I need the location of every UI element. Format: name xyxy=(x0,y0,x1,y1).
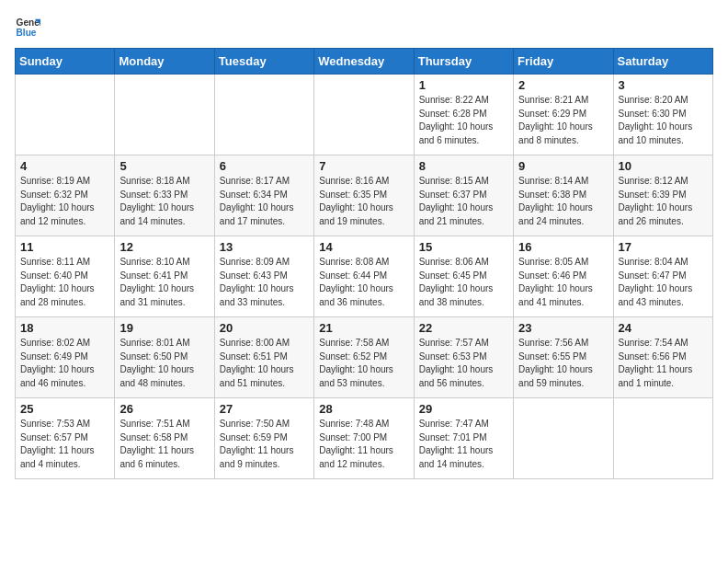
calendar-week-1: 1Sunrise: 8:22 AM Sunset: 6:28 PM Daylig… xyxy=(16,75,713,155)
calendar-cell: 3Sunrise: 8:20 AM Sunset: 6:30 PM Daylig… xyxy=(613,75,712,155)
header-tuesday: Tuesday xyxy=(214,49,313,75)
day-info: Sunrise: 8:12 AM Sunset: 6:39 PM Dayligh… xyxy=(619,175,708,228)
header-friday: Friday xyxy=(514,49,613,75)
day-number: 26 xyxy=(119,402,209,416)
day-number: 8 xyxy=(419,159,508,173)
day-number: 5 xyxy=(119,159,209,173)
day-info: Sunrise: 8:20 AM Sunset: 6:30 PM Dayligh… xyxy=(619,94,708,147)
header-wednesday: Wednesday xyxy=(314,49,414,75)
day-number: 1 xyxy=(419,78,508,92)
day-number: 24 xyxy=(619,321,708,335)
calendar-cell: 4Sunrise: 8:19 AM Sunset: 6:32 PM Daylig… xyxy=(16,155,115,236)
day-info: Sunrise: 8:10 AM Sunset: 6:41 PM Dayligh… xyxy=(119,256,209,309)
day-info: Sunrise: 7:50 AM Sunset: 6:59 PM Dayligh… xyxy=(220,418,309,471)
calendar-week-3: 11Sunrise: 8:11 AM Sunset: 6:40 PM Dayli… xyxy=(16,236,713,317)
day-info: Sunrise: 8:17 AM Sunset: 6:34 PM Dayligh… xyxy=(220,175,309,228)
calendar-cell: 16Sunrise: 8:05 AM Sunset: 6:46 PM Dayli… xyxy=(514,236,613,317)
calendar-cell xyxy=(613,398,712,479)
day-info: Sunrise: 8:09 AM Sunset: 6:43 PM Dayligh… xyxy=(220,256,309,309)
calendar-cell: 5Sunrise: 8:18 AM Sunset: 6:33 PM Daylig… xyxy=(115,155,214,236)
day-number: 19 xyxy=(119,321,209,335)
calendar-cell: 6Sunrise: 8:17 AM Sunset: 6:34 PM Daylig… xyxy=(214,155,313,236)
day-info: Sunrise: 8:16 AM Sunset: 6:35 PM Dayligh… xyxy=(319,175,408,228)
calendar-cell: 22Sunrise: 7:57 AM Sunset: 6:53 PM Dayli… xyxy=(414,317,513,398)
svg-text:Blue: Blue xyxy=(17,28,37,38)
day-info: Sunrise: 8:11 AM Sunset: 6:40 PM Dayligh… xyxy=(20,256,109,309)
day-number: 23 xyxy=(518,321,608,335)
calendar-cell: 1Sunrise: 8:22 AM Sunset: 6:28 PM Daylig… xyxy=(414,75,513,155)
calendar-cell: 29Sunrise: 7:47 AM Sunset: 7:01 PM Dayli… xyxy=(414,398,513,479)
day-number: 2 xyxy=(518,78,608,92)
calendar-week-4: 18Sunrise: 8:02 AM Sunset: 6:49 PM Dayli… xyxy=(16,317,713,398)
calendar-cell: 15Sunrise: 8:06 AM Sunset: 6:45 PM Dayli… xyxy=(414,236,513,317)
calendar-header-row: SundayMondayTuesdayWednesdayThursdayFrid… xyxy=(16,49,713,75)
day-info: Sunrise: 8:00 AM Sunset: 6:51 PM Dayligh… xyxy=(220,337,309,390)
day-number: 6 xyxy=(220,159,309,173)
calendar-cell xyxy=(214,75,313,155)
day-number: 7 xyxy=(319,159,408,173)
calendar-cell: 12Sunrise: 8:10 AM Sunset: 6:41 PM Dayli… xyxy=(115,236,214,317)
day-number: 15 xyxy=(419,240,508,254)
day-number: 28 xyxy=(319,402,408,416)
calendar-cell: 26Sunrise: 7:51 AM Sunset: 6:58 PM Dayli… xyxy=(115,398,214,479)
calendar-week-5: 25Sunrise: 7:53 AM Sunset: 6:57 PM Dayli… xyxy=(16,398,713,479)
calendar-week-2: 4Sunrise: 8:19 AM Sunset: 6:32 PM Daylig… xyxy=(16,155,713,236)
day-info: Sunrise: 8:06 AM Sunset: 6:45 PM Dayligh… xyxy=(419,256,508,309)
header-monday: Monday xyxy=(115,49,214,75)
calendar-cell: 2Sunrise: 8:21 AM Sunset: 6:29 PM Daylig… xyxy=(514,75,613,155)
day-info: Sunrise: 8:14 AM Sunset: 6:38 PM Dayligh… xyxy=(518,175,608,228)
day-info: Sunrise: 8:18 AM Sunset: 6:33 PM Dayligh… xyxy=(119,175,209,228)
calendar-cell: 20Sunrise: 8:00 AM Sunset: 6:51 PM Dayli… xyxy=(214,317,313,398)
header-thursday: Thursday xyxy=(414,49,513,75)
day-info: Sunrise: 8:19 AM Sunset: 6:32 PM Dayligh… xyxy=(20,175,109,228)
day-number: 3 xyxy=(619,78,708,92)
day-info: Sunrise: 7:54 AM Sunset: 6:56 PM Dayligh… xyxy=(619,337,708,390)
logo: General Blue xyxy=(15,15,44,40)
day-info: Sunrise: 7:53 AM Sunset: 6:57 PM Dayligh… xyxy=(20,418,109,471)
calendar-cell: 9Sunrise: 8:14 AM Sunset: 6:38 PM Daylig… xyxy=(514,155,613,236)
calendar-cell: 18Sunrise: 8:02 AM Sunset: 6:49 PM Dayli… xyxy=(16,317,115,398)
day-info: Sunrise: 8:02 AM Sunset: 6:49 PM Dayligh… xyxy=(20,337,109,390)
calendar-cell: 14Sunrise: 8:08 AM Sunset: 6:44 PM Dayli… xyxy=(314,236,414,317)
day-number: 18 xyxy=(20,321,109,335)
day-info: Sunrise: 7:56 AM Sunset: 6:55 PM Dayligh… xyxy=(518,337,608,390)
day-number: 10 xyxy=(619,159,708,173)
calendar-cell: 19Sunrise: 8:01 AM Sunset: 6:50 PM Dayli… xyxy=(115,317,214,398)
day-number: 22 xyxy=(419,321,508,335)
day-info: Sunrise: 8:04 AM Sunset: 6:47 PM Dayligh… xyxy=(619,256,708,309)
day-info: Sunrise: 7:47 AM Sunset: 7:01 PM Dayligh… xyxy=(419,418,508,471)
day-info: Sunrise: 8:21 AM Sunset: 6:29 PM Dayligh… xyxy=(518,94,608,147)
calendar-cell: 10Sunrise: 8:12 AM Sunset: 6:39 PM Dayli… xyxy=(613,155,712,236)
calendar-cell xyxy=(314,75,414,155)
day-info: Sunrise: 8:08 AM Sunset: 6:44 PM Dayligh… xyxy=(319,256,408,309)
day-info: Sunrise: 8:01 AM Sunset: 6:50 PM Dayligh… xyxy=(119,337,209,390)
day-number: 12 xyxy=(119,240,209,254)
calendar-cell: 28Sunrise: 7:48 AM Sunset: 7:00 PM Dayli… xyxy=(314,398,414,479)
calendar-cell: 8Sunrise: 8:15 AM Sunset: 6:37 PM Daylig… xyxy=(414,155,513,236)
day-info: Sunrise: 8:15 AM Sunset: 6:37 PM Dayligh… xyxy=(419,175,508,228)
day-number: 11 xyxy=(20,240,109,254)
calendar-cell: 21Sunrise: 7:58 AM Sunset: 6:52 PM Dayli… xyxy=(314,317,414,398)
day-number: 29 xyxy=(419,402,508,416)
day-info: Sunrise: 7:48 AM Sunset: 7:00 PM Dayligh… xyxy=(319,418,408,471)
calendar-cell: 27Sunrise: 7:50 AM Sunset: 6:59 PM Dayli… xyxy=(214,398,313,479)
calendar-cell xyxy=(16,75,115,155)
logo-icon: General Blue xyxy=(15,15,40,40)
day-number: 17 xyxy=(619,240,708,254)
day-number: 4 xyxy=(20,159,109,173)
day-info: Sunrise: 8:22 AM Sunset: 6:28 PM Dayligh… xyxy=(419,94,508,147)
day-info: Sunrise: 7:57 AM Sunset: 6:53 PM Dayligh… xyxy=(419,337,508,390)
calendar-cell xyxy=(514,398,613,479)
calendar-cell: 23Sunrise: 7:56 AM Sunset: 6:55 PM Dayli… xyxy=(514,317,613,398)
day-number: 9 xyxy=(518,159,608,173)
day-number: 20 xyxy=(220,321,309,335)
day-number: 21 xyxy=(319,321,408,335)
day-number: 14 xyxy=(319,240,408,254)
day-info: Sunrise: 7:58 AM Sunset: 6:52 PM Dayligh… xyxy=(319,337,408,390)
day-info: Sunrise: 8:05 AM Sunset: 6:46 PM Dayligh… xyxy=(518,256,608,309)
calendar-cell: 25Sunrise: 7:53 AM Sunset: 6:57 PM Dayli… xyxy=(16,398,115,479)
calendar-cell: 13Sunrise: 8:09 AM Sunset: 6:43 PM Dayli… xyxy=(214,236,313,317)
day-number: 16 xyxy=(518,240,608,254)
calendar-table: SundayMondayTuesdayWednesdayThursdayFrid… xyxy=(15,48,713,479)
day-info: Sunrise: 7:51 AM Sunset: 6:58 PM Dayligh… xyxy=(119,418,209,471)
